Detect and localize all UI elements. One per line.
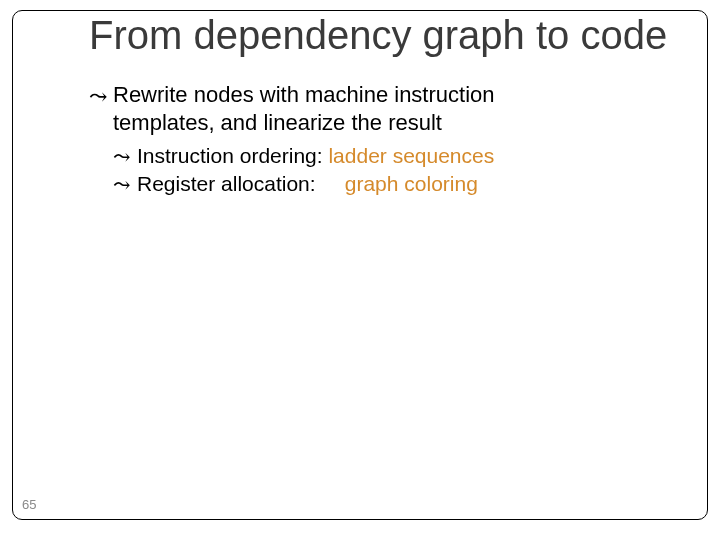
bullet-level2: ⤳ Register allocation: graph coloring bbox=[113, 170, 679, 198]
slide: From dependency graph to code ⤳ Rewrite … bbox=[0, 0, 720, 540]
bullet-level2: ⤳ Instruction ordering: ladder sequences bbox=[113, 142, 679, 170]
bullet-text-line1: Rewrite nodes with machine instruction bbox=[113, 82, 495, 107]
bullet-level1: ⤳ Rewrite nodes with machine instruction… bbox=[89, 81, 679, 136]
sub-bullet-text: Instruction ordering: bbox=[137, 144, 328, 167]
slide-body: ⤳ Rewrite nodes with machine instruction… bbox=[89, 81, 679, 199]
bullet-marker-icon: ⤳ bbox=[113, 143, 131, 171]
bullet-text-line2: templates, and linearize the result bbox=[113, 109, 679, 137]
slide-frame: From dependency graph to code ⤳ Rewrite … bbox=[12, 10, 708, 520]
sub-bullet-text: Register allocation: bbox=[137, 172, 345, 195]
highlight-text: graph coloring bbox=[345, 172, 478, 195]
bullet-marker-icon: ⤳ bbox=[113, 171, 131, 199]
page-number: 65 bbox=[22, 497, 36, 512]
highlight-text: ladder sequences bbox=[328, 144, 494, 167]
bullet-marker-icon: ⤳ bbox=[89, 83, 107, 111]
sub-bullets: ⤳ Instruction ordering: ladder sequences… bbox=[113, 142, 679, 199]
slide-title: From dependency graph to code bbox=[89, 13, 679, 57]
